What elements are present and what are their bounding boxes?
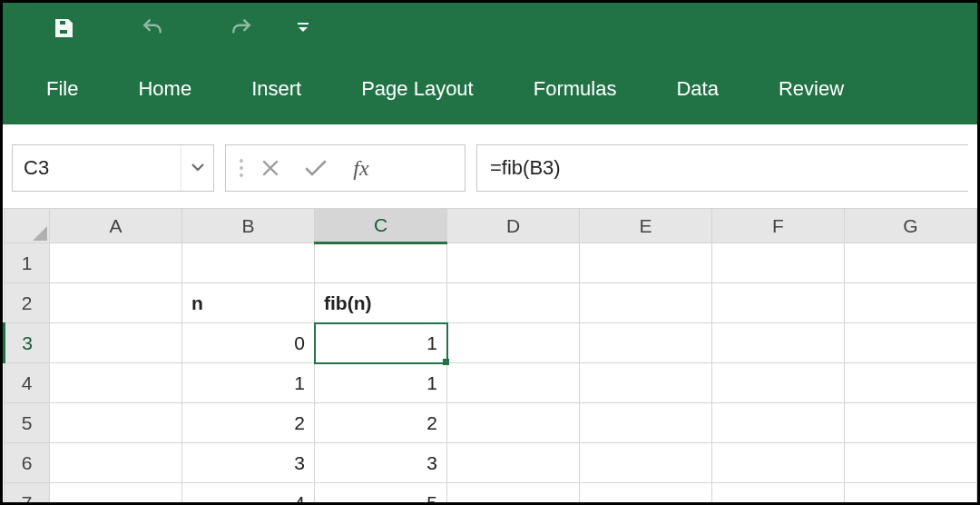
- cell[interactable]: [712, 363, 845, 403]
- cell[interactable]: [580, 363, 712, 403]
- svg-point-5: [240, 173, 243, 177]
- enter-button[interactable]: [293, 145, 338, 191]
- col-header-F[interactable]: F: [712, 209, 845, 243]
- cell[interactable]: [712, 243, 845, 283]
- cell[interactable]: [580, 403, 712, 443]
- ribbon: File Home Insert Page Layout Formulas Da…: [3, 3, 977, 124]
- cell[interactable]: 2: [182, 403, 315, 443]
- cell[interactable]: [447, 243, 580, 283]
- spreadsheet-grid: A B C D E F G 1 2 n fib(n): [3, 208, 977, 505]
- cell[interactable]: 2: [315, 403, 447, 443]
- row-header-4[interactable]: 4: [5, 363, 50, 403]
- ribbon-tabs: File Home Insert Page Layout Formulas Da…: [3, 54, 977, 124]
- col-header-E[interactable]: E: [580, 209, 712, 243]
- cell[interactable]: [580, 323, 712, 363]
- cell[interactable]: [845, 243, 977, 283]
- cell[interactable]: [315, 243, 447, 283]
- formula-bar-buttons: fx: [225, 144, 466, 192]
- tab-formulas[interactable]: Formulas: [532, 72, 619, 106]
- tab-data[interactable]: Data: [674, 72, 720, 106]
- col-header-G[interactable]: G: [845, 209, 977, 243]
- tab-page-layout[interactable]: Page Layout: [359, 72, 475, 106]
- name-box-value: C3: [13, 156, 181, 180]
- svg-rect-0: [59, 20, 66, 25]
- cell[interactable]: [50, 243, 182, 283]
- col-header-D[interactable]: D: [447, 209, 580, 243]
- cell[interactable]: [580, 443, 712, 483]
- formula-input[interactable]: =fib(B3): [476, 144, 968, 192]
- cell[interactable]: 4: [182, 483, 315, 506]
- cell[interactable]: [50, 483, 182, 506]
- cell[interactable]: 3: [315, 443, 447, 483]
- cell[interactable]: [50, 283, 182, 323]
- quick-access-toolbar: [3, 3, 977, 54]
- row-header-6[interactable]: 6: [5, 443, 50, 483]
- cell[interactable]: [50, 403, 182, 443]
- name-box-dropdown-icon[interactable]: [181, 145, 213, 191]
- cell[interactable]: [712, 403, 845, 443]
- formula-bar-row: C3 fx =fib(B3): [12, 144, 968, 192]
- redo-icon[interactable]: [230, 16, 253, 40]
- cell[interactable]: n: [182, 283, 315, 323]
- cell[interactable]: [50, 443, 182, 483]
- customize-qat-icon[interactable]: [291, 16, 315, 40]
- svg-rect-2: [298, 23, 309, 25]
- cell[interactable]: [845, 323, 977, 363]
- cell[interactable]: [447, 483, 580, 506]
- col-header-C[interactable]: C: [315, 209, 447, 243]
- cell[interactable]: [447, 363, 580, 403]
- cell[interactable]: 1: [315, 363, 447, 403]
- cell[interactable]: fib(n): [315, 283, 447, 323]
- cell[interactable]: [712, 283, 845, 323]
- table-row: 5 2 2: [5, 403, 977, 443]
- row-header-2[interactable]: 2: [5, 283, 50, 323]
- cell[interactable]: 0: [182, 323, 315, 363]
- col-header-A[interactable]: A: [50, 209, 182, 243]
- cell[interactable]: [447, 323, 580, 363]
- save-icon[interactable]: [52, 16, 75, 40]
- tab-home[interactable]: Home: [136, 72, 193, 106]
- svg-rect-1: [59, 29, 68, 35]
- insert-function-button[interactable]: fx: [338, 145, 384, 191]
- cell[interactable]: [712, 443, 845, 483]
- cell[interactable]: [580, 483, 712, 506]
- cell-selected[interactable]: 1: [315, 323, 447, 363]
- row-header-7[interactable]: 7: [5, 483, 50, 506]
- select-all-corner[interactable]: [5, 209, 50, 243]
- tab-file[interactable]: File: [44, 72, 80, 106]
- cell[interactable]: 5: [315, 483, 447, 506]
- cell[interactable]: [580, 243, 712, 283]
- cell[interactable]: [712, 483, 845, 506]
- tab-insert[interactable]: Insert: [250, 72, 303, 106]
- cancel-button[interactable]: [248, 145, 293, 191]
- formula-text: =fib(B3): [490, 156, 561, 180]
- table-row: 1: [5, 243, 977, 283]
- row-header-3[interactable]: 3: [5, 323, 50, 363]
- svg-point-4: [240, 166, 243, 170]
- vertical-dots-icon: [235, 156, 248, 180]
- cell[interactable]: [580, 283, 712, 323]
- table-row: 7 4 5: [5, 483, 977, 506]
- col-header-B[interactable]: B: [182, 209, 315, 243]
- name-box[interactable]: C3: [12, 144, 214, 192]
- cell[interactable]: [845, 483, 977, 506]
- cell[interactable]: [845, 443, 977, 483]
- cell[interactable]: 3: [182, 443, 315, 483]
- cell[interactable]: [447, 403, 580, 443]
- undo-icon[interactable]: [141, 16, 164, 40]
- cell[interactable]: [447, 443, 580, 483]
- tab-review[interactable]: Review: [777, 72, 846, 106]
- cell[interactable]: [50, 323, 182, 363]
- table-row: 3 0 1: [5, 323, 977, 363]
- cell[interactable]: [182, 243, 315, 283]
- row-header-1[interactable]: 1: [5, 243, 50, 283]
- cell[interactable]: [447, 283, 580, 323]
- cell[interactable]: [845, 363, 977, 403]
- table-row: 6 3 3: [5, 443, 977, 483]
- cell[interactable]: [845, 283, 977, 323]
- cell[interactable]: [845, 403, 977, 443]
- cell[interactable]: [50, 363, 182, 403]
- cell[interactable]: [712, 323, 845, 363]
- cell[interactable]: 1: [182, 363, 315, 403]
- row-header-5[interactable]: 5: [5, 403, 50, 443]
